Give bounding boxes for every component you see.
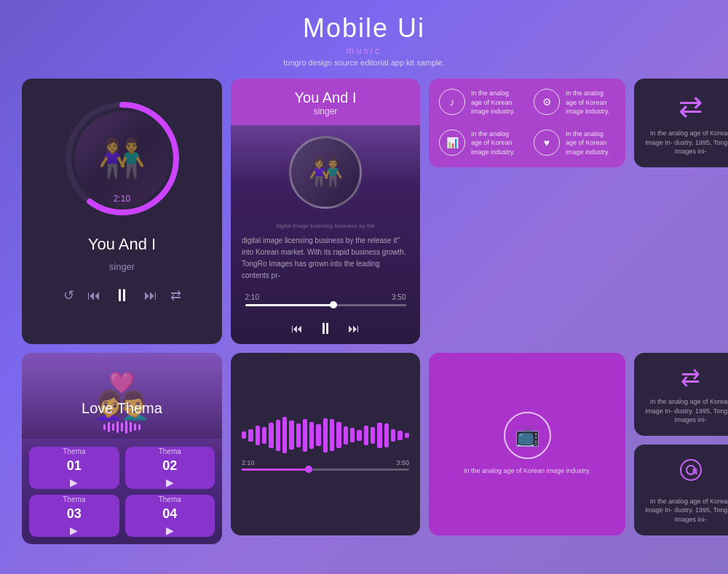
love-wave-bar (103, 424, 106, 430)
waveform-bar (289, 420, 293, 450)
feature-text-3: In the analog age of Korean image indust… (471, 129, 521, 157)
feature-text-4: In the analog age of Korean image indust… (566, 129, 615, 157)
thema-grid: Thema 01 ▶ Thema 02 ▶ Thema 03 ▶ Thema 0… (29, 439, 215, 536)
widget-card: 📺 In the analog age of Korean image indu… (429, 353, 625, 535)
thema-label-4: Thema (159, 495, 181, 503)
page-header: Mobile Ui music tongro design source edi… (0, 0, 728, 73)
waveform-bar (364, 426, 368, 446)
detail-description: digital image licensing business by the … (231, 231, 420, 286)
detail-small-text: digital image licensing business by the (265, 220, 386, 231)
waveform-bar (269, 423, 273, 448)
thema-label-2: Thema (159, 447, 181, 455)
radio-icon-svg: N (676, 455, 705, 485)
waveform-bar (309, 422, 314, 450)
progress-bar[interactable] (245, 304, 406, 306)
repeat-button[interactable]: ↺ (63, 287, 74, 303)
love-wave-bar (125, 420, 127, 434)
song-artist: singer (109, 261, 135, 272)
heart-icon: ♥ (534, 129, 560, 156)
waveform-bar (276, 420, 280, 451)
current-time: 2:10 (114, 194, 130, 204)
progress-current: 2:10 (245, 293, 259, 301)
waveform-bar (391, 429, 395, 442)
waveform-bar (405, 433, 409, 439)
thema-number-3: 03 (67, 506, 82, 522)
waveform-card: 2:10 3:50 (231, 353, 420, 535)
detail-album-art: 👫 (289, 136, 362, 209)
thema-item-1[interactable]: Thema 01 ▶ (29, 447, 119, 489)
detail-artist: singer (238, 106, 413, 116)
notification-card-2: N In the analog age of Korean image In- … (634, 445, 728, 535)
notification-icon-2: N (676, 455, 705, 491)
shuffle-text: In the analog age of Korean image In- du… (641, 129, 728, 156)
progress-times: 2:10 3:50 (245, 293, 406, 301)
progress-fill (245, 304, 334, 306)
waveform-bar (303, 419, 307, 452)
song-title: You And I (88, 235, 156, 254)
waveform-bar (336, 422, 341, 448)
svg-point-2 (681, 460, 701, 480)
waveform-bar (344, 426, 348, 445)
love-title: Love Thema (82, 400, 162, 417)
thema-item-3[interactable]: Thema 03 ▶ (29, 495, 119, 537)
wf-times: 2:10 3:50 (242, 459, 409, 466)
feature-text-2: In the analog age of Korean image indust… (566, 89, 615, 116)
feature-text-1: In the analog age of Korean image indust… (471, 89, 521, 116)
detail-progress: 2:10 3:50 (245, 293, 406, 306)
notification-icon-1: ⇄ (681, 364, 700, 391)
love-wave-bar (116, 421, 119, 433)
player-controls: ↺ ⏮ ⏸ ⏭ ⇄ (63, 285, 181, 306)
love-header-area: Love Thema (29, 360, 215, 439)
waveform-bar (282, 417, 287, 453)
detail-pause-button[interactable]: ⏸ (317, 319, 333, 338)
thema-number-1: 01 (67, 458, 82, 474)
feature-item-2: ⚙ In the analog age of Korean image indu… (529, 84, 620, 121)
detail-title: You And I (238, 89, 413, 106)
love-wave-bar (130, 422, 132, 432)
thema-play-2: ▶ (166, 477, 174, 488)
feature-item-4: ♥ In the analog age of Korean image indu… (529, 125, 620, 162)
shuffle-button[interactable]: ⇄ (170, 287, 181, 303)
detail-prev-button[interactable]: ⏮ (291, 322, 303, 335)
tv-icon: 📺 (504, 412, 551, 459)
thema-play-4: ▶ (166, 525, 174, 536)
waveform-bar (262, 427, 266, 444)
thema-play-1: ▶ (70, 477, 78, 488)
detail-next-button[interactable]: ⏭ (348, 322, 360, 335)
progress-total: 3:50 (392, 293, 405, 301)
love-wave-bar (112, 423, 114, 431)
waveform-bar (357, 430, 361, 441)
wf-current: 2:10 (242, 459, 255, 466)
next-button[interactable]: ⏭ (144, 288, 157, 303)
thema-number-2: 02 (162, 458, 177, 474)
wf-bar[interactable] (242, 469, 409, 471)
love-wave-bar (108, 422, 110, 432)
svg-text:N: N (692, 468, 697, 476)
waveform-bar (384, 423, 389, 447)
notification-card-1: ⇄ In the analog age of Korean image In- … (634, 353, 728, 436)
waveform-bar (248, 429, 253, 442)
waveform-bar (371, 427, 375, 444)
features-card: ♪ In the analog age of Korean image indu… (429, 79, 625, 167)
love-wave-bar (138, 424, 141, 430)
love-thema-card: 👩‍❤️‍👨 Love Thema Thema (22, 353, 222, 544)
album-art: 👫 (75, 111, 170, 206)
shuffle-card: ⇄ In the analog age of Korean image In- … (634, 79, 728, 167)
waveform-bar (296, 423, 301, 447)
waveform-bar (323, 418, 328, 453)
waveform-bar (316, 424, 320, 446)
feature-item-1: ♪ In the analog age of Korean image indu… (435, 84, 525, 121)
pause-button[interactable]: ⏸ (114, 285, 131, 306)
waveform-bar (242, 431, 246, 439)
thema-item-4[interactable]: Thema 04 ▶ (125, 495, 215, 537)
thema-label-1: Thema (63, 447, 85, 455)
thema-item-2[interactable]: Thema 02 ▶ (125, 447, 215, 489)
thema-play-3: ▶ (70, 525, 78, 536)
love-wave-bar (134, 423, 136, 431)
progress-thumb (330, 301, 337, 308)
vinyl-container: 👫 2:10 (64, 100, 181, 217)
music-player-card: 👫 2:10 You And I singer ↺ ⏮ ⏸ ⏭ ⇄ (22, 79, 222, 344)
settings-icon: ⚙ (534, 89, 560, 115)
prev-button[interactable]: ⏮ (87, 288, 100, 303)
thema-label-3: Thema (63, 495, 85, 503)
